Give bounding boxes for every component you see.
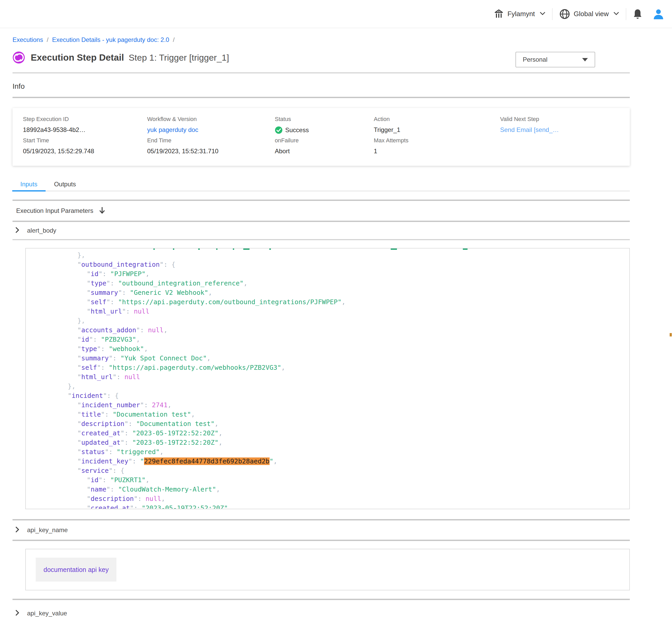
- info-field-7: onFailureAbort: [275, 137, 374, 159]
- avatar: [653, 8, 664, 20]
- info-field-9: [500, 137, 619, 159]
- info-field-4: Valid Next StepSend Email [send_…: [500, 116, 619, 137]
- execution-step-detail-page: Fylamynt Global view: [0, 0, 672, 618]
- param-row-alert-body[interactable]: alert_body: [12, 222, 630, 239]
- status-badge: Success: [275, 126, 374, 134]
- field-label: End Time: [147, 137, 275, 144]
- code-line: "name": "CloudWatch-Memory-Alert",: [26, 485, 629, 494]
- info-field-1: Workflow & Versionyuk pagerduty doc: [147, 116, 275, 137]
- divider: [12, 97, 630, 98]
- divider: [12, 72, 630, 73]
- info-field-5: Start Time05/19/2023, 15:52:29.748: [23, 137, 147, 159]
- section-label: Execution Input Parameters: [16, 207, 93, 214]
- code-line: "type": "webhook",: [26, 344, 629, 353]
- org-menu[interactable]: Fylamynt: [494, 9, 545, 19]
- divider: [12, 540, 630, 541]
- field-label: Action: [374, 116, 500, 122]
- topbar-divider: [626, 8, 626, 20]
- top-bar: Fylamynt Global view: [0, 0, 672, 28]
- param-label: api_key_value: [27, 610, 67, 617]
- breadcrumb-executions-link[interactable]: Executions: [12, 36, 43, 43]
- bank-icon: [494, 9, 504, 19]
- chevron-down-icon: [540, 12, 545, 16]
- chevron-right-icon: [15, 609, 19, 617]
- tab-inputs[interactable]: Inputs: [12, 178, 46, 191]
- code-line: "id": "PJFWPEP",: [26, 269, 629, 279]
- field-value: 05/19/2023, 15:52:31.710: [147, 147, 275, 155]
- code-line: },: [26, 382, 629, 391]
- param-row-api-key-name[interactable]: api_key_name: [12, 520, 630, 540]
- breadcrumb-execution-details-link[interactable]: Execution Details - yuk pagerduty doc: 2…: [52, 36, 169, 43]
- code-line: "title": "Documentation test",: [26, 410, 629, 419]
- highlighted-incident-key: 229efec8feda44778d3fe692b28aed2b: [144, 457, 270, 465]
- page-subtitle: Step 1: Trigger [trigger_1]: [129, 53, 229, 63]
- breadcrumb: Executions / Execution Details - yuk pag…: [12, 36, 630, 44]
- chevron-right-icon: [15, 526, 19, 534]
- field-label: Valid Next Step: [500, 116, 619, 122]
- api-key-name-value-box: documentation api key: [25, 549, 630, 591]
- code-line: "id": "PZB2VG3",: [26, 335, 629, 344]
- caret-down-icon: [582, 58, 588, 62]
- notifications-button[interactable]: [633, 9, 642, 19]
- scope-select-value: Personal: [523, 56, 548, 63]
- field-value: Success: [285, 126, 309, 134]
- success-check-icon: [275, 126, 282, 134]
- page-title: Execution Step Detail: [31, 52, 124, 63]
- code-line: "summary": "Yuk Spot Connect Doc",: [26, 353, 629, 363]
- tab-bar: InputsOutputs: [12, 178, 630, 191]
- scope-select[interactable]: Personal: [515, 52, 595, 68]
- arrow-down-icon[interactable]: [99, 207, 105, 215]
- account-button[interactable]: [653, 8, 664, 20]
- chevron-right-icon: [15, 227, 19, 234]
- field-value: 18992a43-9538-4b2…: [23, 126, 147, 133]
- code-line: "self": "https://api.pagerduty.com/outbo…: [26, 297, 629, 307]
- org-name: Fylamynt: [507, 10, 535, 18]
- execution-input-parameters-header: Execution Input Parameters: [12, 201, 630, 221]
- code-line: "incident_key": "229efec8feda44778d3fe69…: [26, 457, 629, 466]
- code-line: "self": "https://api.pagerduty.com/webho…: [26, 363, 629, 372]
- field-label: Start Time: [23, 137, 147, 144]
- code-line: "type": "outbound_integration_reference"…: [26, 279, 629, 288]
- field-value-link[interactable]: Send Email [send_…: [500, 126, 559, 133]
- code-line: "created_at": "2023-05-19T22:52:20Z": [26, 504, 629, 509]
- alert-body-json-viewer[interactable]: },"outbound_integration": {"id": "PJFWPE…: [25, 248, 630, 509]
- code-line: "incident": {: [26, 391, 629, 401]
- field-value-link[interactable]: yuk pagerduty doc: [147, 126, 198, 133]
- code-line: "updated_at": "2023-05-19T22:52:20Z",: [26, 438, 629, 447]
- code-line: "id": "PUZKRT1",: [26, 476, 629, 485]
- topbar-divider: [552, 8, 553, 20]
- scrollbar-find-marker: [670, 333, 672, 336]
- field-value: Abort: [275, 147, 374, 155]
- code-line: "description": "Documentation test",: [26, 419, 629, 429]
- divider: [12, 239, 630, 240]
- info-field-2: StatusSuccess: [275, 116, 374, 137]
- chevron-down-icon: [613, 12, 619, 16]
- field-value: 05/19/2023, 15:52:29.748: [23, 147, 147, 155]
- info-card: Step Execution ID18992a43-9538-4b2…Workf…: [12, 108, 630, 166]
- info-field-8: Max Attempts1: [374, 137, 500, 159]
- code-line: },: [26, 250, 629, 260]
- param-row-api-key-value[interactable]: api_key_value: [12, 604, 630, 618]
- field-label: onFailure: [275, 137, 374, 144]
- code-line: "accounts_addon": null,: [26, 325, 629, 335]
- code-line: "outbound_integration": {: [26, 260, 629, 269]
- field-value: Trigger_1: [374, 126, 500, 133]
- tab-outputs[interactable]: Outputs: [46, 178, 84, 191]
- field-label: Max Attempts: [374, 137, 500, 144]
- code-line: "html_url": null: [26, 307, 629, 316]
- code-line: "service": {: [26, 466, 629, 476]
- code-line: "created_at": "2023-05-19T22:52:20Z",: [26, 429, 629, 438]
- breadcrumb-separator: /: [173, 36, 175, 43]
- info-field-3: ActionTrigger_1: [374, 116, 500, 137]
- field-label: Step Execution ID: [23, 116, 147, 122]
- code-line: "incident_number": 2741,: [26, 401, 629, 410]
- code-line: },: [26, 316, 629, 325]
- view-menu[interactable]: Global view: [559, 9, 619, 19]
- field-label: Workflow & Version: [147, 116, 275, 122]
- code-line: "html_url": null: [26, 372, 629, 382]
- code-line: "status": "triggered",: [26, 447, 629, 457]
- param-label: alert_body: [27, 227, 56, 234]
- main-content: Executions / Execution Details - yuk pag…: [12, 36, 630, 618]
- info-field-0: Step Execution ID18992a43-9538-4b2…: [23, 116, 147, 137]
- param-label: api_key_name: [27, 526, 68, 534]
